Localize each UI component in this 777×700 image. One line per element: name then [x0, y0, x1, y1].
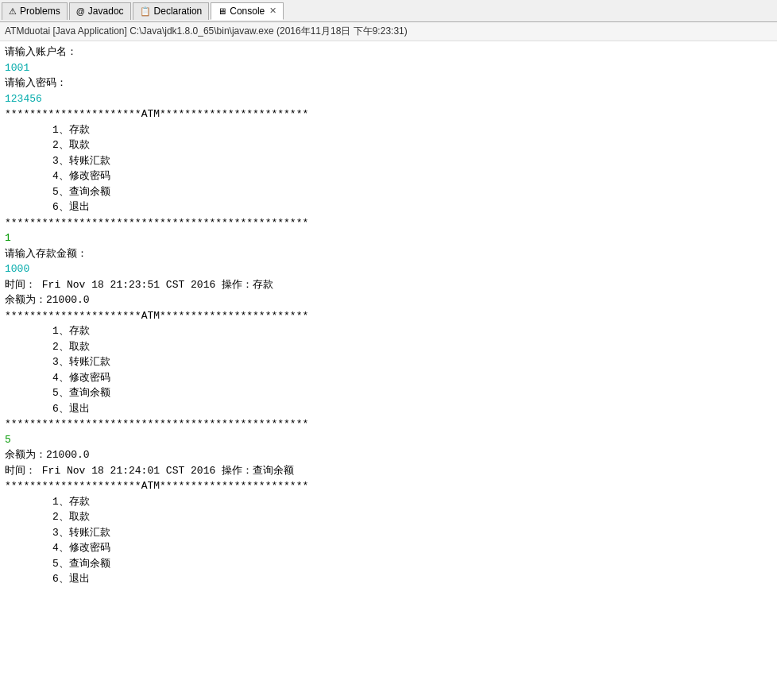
console-line: 2、取款 [5, 137, 772, 153]
console-line: 请输入密码： [5, 75, 772, 91]
console-line: 1000 [5, 261, 772, 277]
console-line: 3、转账汇款 [5, 354, 772, 370]
console-line: 5 [5, 432, 772, 448]
console-line: 1001 [5, 60, 772, 76]
console-line: 6、退出 [5, 571, 772, 587]
console-line: 3、转账汇款 [5, 153, 772, 169]
console-line: 5、查询余额 [5, 184, 772, 200]
console-line: 余额为：21000.0 [5, 447, 772, 463]
console-line: 123456 [5, 91, 772, 107]
console-line: 请输入账户名： [5, 44, 772, 60]
title-text: ATMduotai [Java Application] C:\Java\jdk… [5, 25, 408, 37]
console-icon: 🖥 [218, 6, 226, 16]
tab-problems[interactable]: ⚠ Problems [2, 2, 68, 20]
console-line: **********************ATM***************… [5, 308, 772, 324]
console-content: 请输入账户名：1001请输入密码：123456*****************… [0, 41, 777, 590]
javadoc-icon: @ [76, 6, 85, 16]
console-line: 6、退出 [5, 199, 772, 215]
console-line: 4、修改密码 [5, 168, 772, 184]
console-line: **********************ATM***************… [5, 478, 772, 494]
tab-declaration[interactable]: 📋 Declaration [133, 2, 210, 20]
tab-bar: ⚠ Problems @ Javadoc 📋 Declaration 🖥 Con… [0, 0, 777, 22]
console-line: 余额为：21000.0 [5, 292, 772, 308]
console-line: 2、取款 [5, 339, 772, 355]
console-line: 5、查询余额 [5, 385, 772, 401]
console-line: 1、存款 [5, 323, 772, 339]
console-line: 1、存款 [5, 494, 772, 510]
tab-console[interactable]: 🖥 Console ✕ [211, 2, 284, 20]
console-line: 5、查询余额 [5, 556, 772, 572]
console-line: 2、取款 [5, 509, 772, 525]
console-line: 4、修改密码 [5, 370, 772, 386]
tab-javadoc-label: Javadoc [88, 6, 124, 17]
console-line: 4、修改密码 [5, 540, 772, 556]
console-close-icon[interactable]: ✕ [269, 6, 276, 16]
console-line: ****************************************… [5, 416, 772, 432]
tab-problems-label: Problems [20, 6, 60, 17]
console-line: 时间： Fri Nov 18 21:23:51 CST 2016 操作：存款 [5, 277, 772, 293]
title-bar: ATMduotai [Java Application] C:\Java\jdk… [0, 22, 777, 41]
tab-javadoc[interactable]: @ Javadoc [69, 2, 131, 20]
console-line: 3、转账汇款 [5, 525, 772, 541]
console-line: **********************ATM***************… [5, 106, 772, 122]
tab-declaration-label: Declaration [154, 6, 203, 17]
console-line: ****************************************… [5, 215, 772, 231]
console-line: 请输入存款金额： [5, 246, 772, 262]
console-line: 1 [5, 230, 772, 246]
console-line: 1、存款 [5, 122, 772, 138]
console-line: 时间： Fri Nov 18 21:24:01 CST 2016 操作：查询余额 [5, 463, 772, 479]
problems-icon: ⚠ [9, 6, 17, 17]
console-line: 6、退出 [5, 401, 772, 417]
tab-console-label: Console [230, 6, 265, 17]
declaration-icon: 📋 [140, 6, 151, 17]
